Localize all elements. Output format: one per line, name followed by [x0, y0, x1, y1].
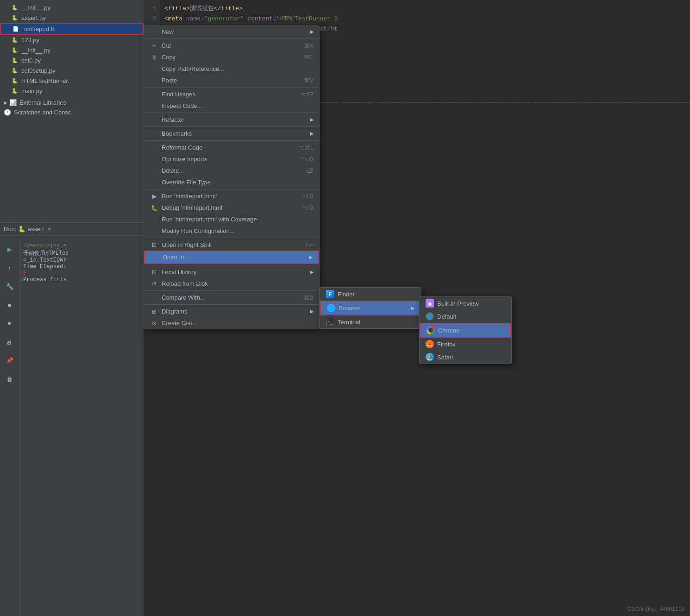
browser-chrome[interactable]: Chrome	[420, 323, 511, 338]
scratches-consoles[interactable]: 🕐 Scratches and Consc	[0, 107, 144, 117]
separator5	[144, 140, 319, 141]
browser-default[interactable]: 🌐 Default	[420, 310, 511, 323]
menu-item-open-in[interactable]: Open In ▶	[144, 251, 319, 264]
menu-item-compare[interactable]: Compare With... ⌘D	[144, 292, 319, 303]
firefox-icon: 🦊	[425, 340, 434, 348]
run-output: /Users/xing.e 开始使用HTMLTes <_io.TextIOWr …	[19, 239, 144, 616]
menu-item-bookmarks[interactable]: Bookmarks ▶	[144, 128, 319, 139]
menu-item-override[interactable]: Override File Type	[144, 176, 319, 188]
menu-item-cut[interactable]: ✂ Cut ⌘X	[144, 40, 319, 51]
open-right-icon: ⊡	[150, 242, 159, 248]
menu-item-refactor[interactable]: Refactor ▶	[144, 114, 319, 126]
file-item-main[interactable]: 🐍 main.py	[0, 86, 144, 96]
arrow-right-icon: ▶	[310, 29, 314, 35]
finder-icon: F	[326, 290, 335, 298]
watermark: CSDN @qq_44801116	[627, 606, 684, 612]
run-up-button[interactable]: ↑	[3, 261, 16, 274]
separator4	[144, 126, 319, 127]
menu-item-debug[interactable]: 🐛 Debug 'htmlreport.html' ^⇧D	[144, 202, 319, 214]
file-item-set0setup[interactable]: 🐍 set0setup.py	[0, 65, 144, 75]
run-panel: Run: 🐍 assert × ▶ ↑ 🔧 ■ ≡ 🖨 📌 🗑 /Users/x…	[0, 222, 144, 616]
py-icon: 🐍	[11, 57, 19, 64]
menu-item-copy[interactable]: ⎘ Copy ⌘C	[144, 51, 319, 63]
file-tree: 🐍 __init__.py 🐍 assert.py 📄 htmlreport.h…	[0, 0, 144, 222]
history-arrow-icon: ▶	[310, 269, 314, 275]
separator10	[144, 304, 319, 305]
file-item-init1[interactable]: 🐍 __init__.py	[0, 2, 144, 13]
file-item-htmlreport[interactable]: 📄 htmlreport.h	[0, 23, 144, 35]
context-menu: New ▶ ✂ Cut ⌘X ⎘ Copy ⌘C Copy Path/Refer…	[144, 25, 320, 329]
submenu-terminal[interactable]: >_ Terminal	[320, 315, 421, 328]
separator8	[144, 265, 319, 265]
builtin-preview-icon: ▣	[425, 299, 434, 308]
debug-icon: 🐛	[150, 205, 159, 211]
run-stop-button[interactable]: ■	[3, 298, 16, 311]
run-toolbar: ▶ ↑ 🔧 ■ ≡ 🖨 📌 🗑	[0, 239, 19, 616]
menu-item-find-usages[interactable]: Find Usages ⌥F7	[144, 88, 319, 100]
py-icon: 🐍	[11, 4, 19, 11]
close-run-button[interactable]: ×	[48, 226, 51, 233]
file-item-set0[interactable]: 🐍 set0.py	[0, 55, 144, 65]
submenu-browser-list: ▣ Built-in Preview 🌐 Default Chrome 🦊 Fi…	[419, 296, 512, 364]
copy-icon: ⎘	[150, 54, 159, 61]
diagrams-icon: ⊞	[150, 308, 159, 315]
code-line-6: <meta name="generator" content="HTMLTest…	[164, 14, 690, 24]
submenu-browser[interactable]: 🌐 Browser ▶	[320, 301, 421, 315]
file-item-init2[interactable]: 🐍 __init__.py	[0, 45, 144, 55]
terminal-icon: >_	[326, 318, 335, 326]
menu-item-new[interactable]: New ▶	[144, 26, 319, 38]
file-item-assert[interactable]: 🐍 assert.py	[0, 13, 144, 23]
menu-item-reformat[interactable]: Reformat Code ⌥⌘L	[144, 142, 319, 153]
menu-item-diagrams[interactable]: ⊞ Diagrams ▶	[144, 306, 319, 317]
run-play-button[interactable]: ▶	[3, 243, 16, 256]
history-icon: ⊡	[150, 269, 159, 276]
external-libraries[interactable]: ▶ 📊 External Libraries	[0, 98, 144, 107]
browser-arrow-icon: ▶	[411, 305, 414, 311]
browser-globe-icon: 🌐	[326, 304, 336, 312]
py-icon: 🐍	[11, 67, 19, 74]
run-output-line3: <_io.TextIOWr	[23, 257, 140, 264]
menu-item-local-history[interactable]: ⊡ Local History ▶	[144, 266, 319, 278]
browser-builtin[interactable]: ▣ Built-in Preview	[420, 297, 511, 310]
file-item-htmltestrunner[interactable]: 🐍 HTMLTestRunner.	[0, 75, 144, 86]
menu-item-copy-path[interactable]: Copy Path/Reference...	[144, 63, 319, 75]
menu-item-run-coverage[interactable]: Run 'htmlreport.html' with Coverage	[144, 214, 319, 225]
run-output-line6: Process finis	[23, 277, 140, 283]
run-output-line4: Time Elapsed:	[23, 264, 140, 270]
browser-safari[interactable]: ⛵ Safari	[420, 351, 511, 364]
py-icon: 🐍	[11, 77, 19, 84]
menu-item-create-gist[interactable]: ⊙ Create Gist...	[144, 317, 319, 329]
code-line-5: <title>测试报告</title>	[164, 4, 690, 14]
chrome-icon	[426, 326, 435, 334]
menu-item-optimize[interactable]: Optimize Imports ^⌥O	[144, 153, 319, 165]
menu-item-reload[interactable]: ↺ Reload from Disk	[144, 278, 319, 289]
run-trash-button[interactable]: 🗑	[3, 372, 16, 385]
file-item-123[interactable]: 🐍 123.py	[0, 35, 144, 45]
separator9	[144, 290, 319, 291]
reload-icon: ↺	[150, 281, 159, 287]
run-wrench-button[interactable]: 🔧	[3, 280, 16, 293]
py-icon: 🐍	[11, 46, 19, 54]
separator6	[144, 189, 319, 189]
run-print-button[interactable]: 🖨	[3, 335, 16, 348]
default-browser-icon: 🌐	[425, 312, 434, 321]
browser-firefox[interactable]: 🦊 Firefox	[420, 338, 511, 351]
run-list-button[interactable]: ≡	[3, 317, 16, 330]
menu-item-inspect[interactable]: Inspect Code...	[144, 100, 319, 112]
menu-item-modify-run[interactable]: Modify Run Configuration...	[144, 225, 319, 237]
py-icon: 🐍	[11, 14, 19, 21]
menu-item-open-right[interactable]: ⊡ Open in Right Split ⇧⇐	[144, 239, 319, 251]
submenu-finder[interactable]: F Finder	[320, 288, 421, 301]
bookmarks-arrow-icon: ▶	[310, 131, 314, 137]
menu-item-run[interactable]: ▶ Run 'htmlreport.html' ^⇧R	[144, 190, 319, 202]
menu-item-paste[interactable]: Paste ⌘V	[144, 75, 319, 86]
run-output-line2: 开始使用HTMLTes	[23, 249, 140, 257]
gist-icon: ⊙	[150, 320, 159, 327]
run-output-line5: F	[23, 270, 140, 277]
run-pin-button[interactable]: 📌	[3, 354, 16, 367]
run-header: Run: 🐍 assert ×	[0, 223, 144, 236]
menu-item-delete[interactable]: Delete... ⌫	[144, 165, 319, 176]
run-name: 🐍 assert ×	[18, 226, 51, 233]
separator1	[144, 38, 319, 39]
py-icon: 🐍	[11, 87, 19, 94]
